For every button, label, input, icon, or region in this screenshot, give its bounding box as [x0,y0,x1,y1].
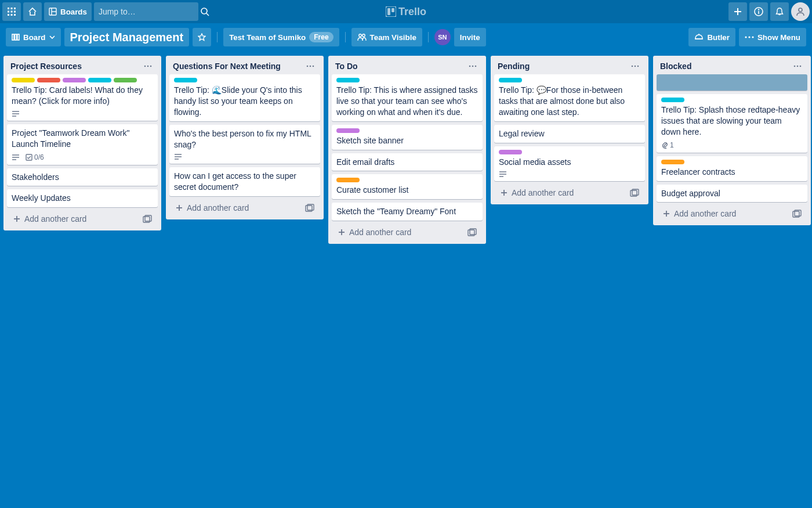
list-title[interactable]: Pending [498,62,629,71]
view-switcher-label: Board [23,33,46,42]
attachment-icon [661,141,668,149]
list-title[interactable]: To Do [335,62,466,71]
add-card-label: Add another card [24,214,86,224]
card[interactable]: Trello Tip: 💬For those in-between tasks … [494,74,645,121]
ellipsis-icon [469,65,477,67]
card[interactable]: Trello Tip: Splash those redtape-heavy i… [657,94,807,153]
card[interactable]: Project "Teamwork Dream Work" Launch Tim… [7,124,158,165]
star-button[interactable] [193,28,211,46]
add-card-button[interactable]: Add another card [660,207,790,221]
create-from-template-button[interactable] [303,201,317,214]
card-label-sky[interactable] [88,78,111,82]
card[interactable]: Weekly Updates [7,189,158,207]
home-button[interactable] [23,2,42,21]
card[interactable]: Social media assets [494,146,645,182]
card[interactable]: Sketch the "Teamy Dreamy" Font [332,203,483,221]
list-title[interactable]: Blocked [660,62,791,71]
ellipsis-icon [631,65,639,67]
card[interactable]: Stakeholders [7,168,158,186]
list-menu-button[interactable] [466,63,479,70]
add-card-label: Add another card [187,203,249,212]
card-label-lime[interactable] [114,78,137,82]
create-from-template-button[interactable] [140,212,154,225]
board-member-avatar[interactable]: SN [434,29,451,45]
create-from-template-button[interactable] [628,186,641,199]
description-icon [12,110,20,117]
boards-button[interactable]: Boards [44,2,92,21]
list-menu-button[interactable] [629,63,641,70]
card[interactable]: Trello Tip: 🌊Slide your Q's into this ha… [169,74,320,121]
description-badge [12,110,20,117]
card-label-sky[interactable] [499,78,522,82]
card[interactable]: Edit email drafts [332,153,483,171]
card[interactable]: Legal review [494,125,645,143]
create-from-template-button[interactable] [790,207,804,220]
card-text: Trello Tip: Card labels! What do they me… [12,85,153,107]
card-label-orange[interactable] [336,178,360,182]
create-from-template-button[interactable] [465,226,479,239]
list-menu-button[interactable] [791,63,804,70]
notifications-button[interactable] [770,2,789,21]
card-label-orange[interactable] [661,160,684,164]
app-logo[interactable]: Trello [386,6,426,18]
butler-button[interactable]: Butler [688,28,735,46]
svg-point-12 [201,8,207,14]
description-icon [499,171,507,178]
svg-point-32 [752,36,753,38]
board-name[interactable]: Project Management [64,28,190,46]
svg-rect-16 [392,8,394,12]
card[interactable]: Curate customer list [332,174,483,199]
plus-icon [662,210,670,218]
checklist-badge: 0/6 [26,153,44,161]
people-icon [357,33,367,41]
card-label-sky[interactable] [336,78,360,82]
description-badge [12,154,20,161]
list-menu-button[interactable] [304,63,317,70]
invite-button[interactable]: Invite [454,28,486,46]
card[interactable]: Budget approval [657,185,807,203]
list-menu-button[interactable] [142,63,154,70]
list-title[interactable]: Project Resources [10,62,142,71]
card[interactable]: Freelancer contracts [657,156,807,181]
apps-button[interactable] [2,2,21,21]
svg-point-21 [759,9,759,10]
card-text: Stakeholders [12,172,153,183]
card[interactable] [657,74,807,91]
card-label-purple[interactable] [63,78,86,82]
info-button[interactable] [749,2,768,21]
card[interactable]: Trello Tip: This is where assigned tasks… [332,74,483,121]
card-label-purple[interactable] [336,128,360,133]
create-button[interactable] [728,2,747,21]
user-avatar[interactable] [791,2,810,21]
card-label-sky[interactable] [174,78,197,82]
plus-icon [175,204,183,212]
card-labels [174,78,316,82]
card-label-yellow[interactable] [12,78,35,82]
card-text: Legal review [499,128,640,139]
card-label-purple[interactable] [499,150,522,154]
view-switcher[interactable]: Board [6,28,61,46]
search-input[interactable] [99,7,200,16]
show-menu-button[interactable]: Show Menu [739,28,806,46]
svg-point-47 [307,66,309,67]
card-label-sky[interactable] [661,98,684,102]
list-title[interactable]: Questions For Next Meeting [173,62,304,71]
card[interactable]: Trello Tip: Card labels! What do they me… [7,74,158,121]
card-label-red[interactable] [37,78,60,82]
card[interactable]: Sketch site banner [332,125,483,150]
card-labels [336,78,478,82]
card-text: Freelancer contracts [661,167,803,178]
card[interactable]: How can I get access to the super secret… [169,167,320,196]
team-button[interactable]: Test Team of Sumiko Free [223,28,339,46]
card[interactable]: Who's the best person to fix my HTML sna… [169,125,320,164]
ellipsis-icon [306,65,314,67]
visibility-button[interactable]: Team Visible [351,28,422,46]
svg-rect-0 [8,8,9,9]
attachment-badge: 1 [661,141,674,149]
add-card-button[interactable]: Add another card [10,212,140,226]
add-card-button[interactable]: Add another card [498,186,628,200]
add-card-button[interactable]: Add another card [335,225,465,239]
checklist-icon [26,154,32,161]
search-box[interactable] [94,2,198,21]
add-card-button[interactable]: Add another card [173,201,303,215]
